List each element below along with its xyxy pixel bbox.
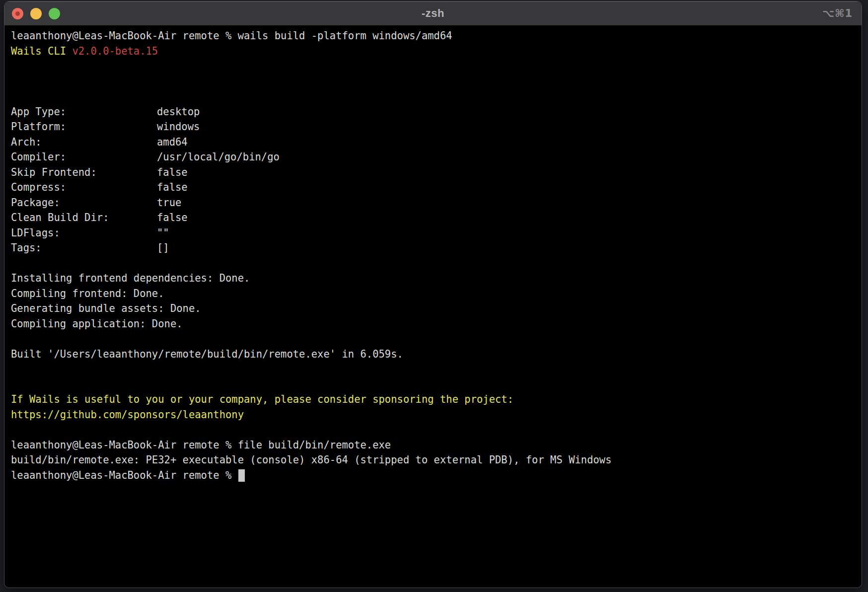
terminal-line — [11, 256, 857, 271]
traffic-lights — [12, 1, 60, 25]
terminal-line: leaanthony@Leas-MacBook-Air remote % fil… — [11, 438, 857, 453]
terminal-line — [11, 362, 857, 377]
terminal-line: Wails CLI v2.0.0-beta.15 — [11, 44, 857, 59]
terminal-line — [11, 422, 857, 438]
terminal-line: Tags:[] — [11, 240, 857, 256]
terminal-line: leaanthony@Leas-MacBook-Air remote % — [11, 468, 857, 483]
terminal-line: Platform:windows — [11, 119, 857, 135]
terminal-screen[interactable]: leaanthony@Leas-MacBook-Air remote % wai… — [4, 25, 862, 483]
terminal-line: Arch:amd64 — [11, 135, 857, 150]
terminal-line: LDFlags:"" — [11, 225, 857, 241]
close-dot-icon — [15, 11, 20, 16]
terminal-line: leaanthony@Leas-MacBook-Air remote % wai… — [11, 28, 857, 44]
terminal-line: https://github.com/sponsors/leaanthony — [11, 407, 857, 423]
zoom-button[interactable] — [49, 8, 60, 19]
terminal-window: -zsh ⌥⌘1 leaanthony@Leas-MacBook-Air rem… — [4, 1, 862, 588]
terminal-line — [11, 89, 857, 104]
terminal-line — [11, 74, 857, 89]
terminal-line — [11, 59, 857, 74]
terminal-line: Clean Build Dir:false — [11, 210, 857, 225]
terminal-line: Compiler:/usr/local/go/bin/go — [11, 149, 857, 165]
close-button[interactable] — [12, 8, 23, 19]
terminal-line: Compiling frontend: Done. — [11, 286, 857, 301]
terminal-line — [11, 377, 857, 392]
terminal-line: Compress:false — [11, 180, 857, 195]
terminal-line: App Type:desktop — [11, 104, 857, 120]
terminal-line: Skip Frontend:false — [11, 165, 857, 180]
terminal-line: Compiling application: Done. — [11, 316, 857, 332]
terminal-line: Built '/Users/leaanthony/remote/build/bi… — [11, 347, 857, 362]
minimize-button[interactable] — [30, 8, 42, 19]
text-cursor — [238, 469, 245, 482]
terminal-line: If Wails is useful to you or your compan… — [11, 392, 857, 407]
window-title: -zsh — [4, 7, 862, 20]
terminal-line — [11, 331, 857, 347]
terminal-line: build/bin/remote.exe: PE32+ executable (… — [11, 452, 857, 468]
window-shortcut-badge: ⌥⌘1 — [822, 1, 853, 25]
terminal-line: Package:true — [11, 195, 857, 211]
terminal-line: Generating bundle assets: Done. — [11, 301, 857, 316]
terminal-line: Installing frontend dependencies: Done. — [11, 271, 857, 286]
title-bar[interactable]: -zsh ⌥⌘1 — [4, 1, 862, 25]
